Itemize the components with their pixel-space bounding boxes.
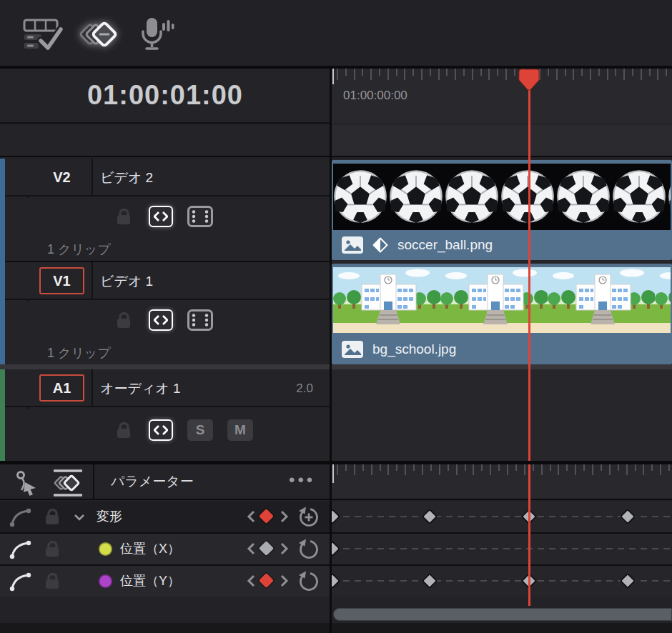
- lock-icon[interactable]: [114, 207, 133, 226]
- ruler-tick: [505, 69, 507, 80]
- keyframe-diamond[interactable]: [620, 573, 636, 589]
- dynamic-keyframes-button[interactable]: [74, 13, 120, 56]
- clip-bg-school[interactable]: bg_school.jpg: [332, 264, 672, 364]
- ruler-tick: [601, 464, 602, 471]
- ruler-tick: [558, 464, 559, 475]
- ruler-tick: [623, 69, 625, 80]
- image-icon: [342, 341, 363, 358]
- lock-icon[interactable]: [43, 539, 61, 558]
- playhead-line[interactable]: [528, 84, 530, 461]
- timecode-box: 01:00:01:00: [0, 69, 330, 124]
- ruler-tick: [370, 69, 372, 80]
- timeline-start-marker: [332, 464, 334, 483]
- clip-soccer-ball[interactable]: soccer_ball.png: [332, 160, 672, 260]
- ruler-tick: [438, 69, 440, 80]
- curve-toggle-icon[interactable]: [9, 571, 33, 592]
- keyframe-diamond[interactable]: [332, 509, 340, 525]
- prev-keyframe-icon[interactable]: [247, 542, 255, 555]
- ruler-tick: [666, 69, 667, 76]
- lock-icon[interactable]: [43, 572, 61, 590]
- voiceover-mic-icon: [140, 16, 174, 52]
- ruler-tick: [455, 69, 456, 80]
- keyframe-editor-icon[interactable]: [51, 468, 84, 498]
- row-divider: [0, 564, 672, 566]
- auto-track-select-icon[interactable]: [149, 206, 173, 227]
- lock-icon[interactable]: [114, 421, 133, 439]
- ruler-tick: [565, 69, 566, 76]
- parameter-label: 位置（X）: [120, 534, 180, 564]
- curve-toggle-icon[interactable]: [9, 539, 33, 560]
- prev-keyframe-icon[interactable]: [247, 574, 255, 587]
- keyframe-lane-position-x[interactable]: [332, 534, 672, 564]
- ruler-tick: [413, 464, 415, 471]
- ruler-tick: [581, 69, 583, 76]
- next-keyframe-icon[interactable]: [280, 510, 289, 523]
- next-keyframe-icon[interactable]: [280, 574, 289, 587]
- panel-grid-line: [92, 369, 93, 407]
- lock-icon[interactable]: [43, 507, 61, 526]
- keyframe-lane-transform[interactable]: [332, 502, 672, 532]
- keyframe-diamond[interactable]: [332, 573, 340, 589]
- ruler-tick: [430, 464, 432, 471]
- track-lane-v2: soccer_ball.png: [332, 159, 672, 262]
- auto-track-select-icon[interactable]: [149, 309, 173, 331]
- keyframe-toggle-diamond[interactable]: [259, 573, 274, 588]
- prev-keyframe-icon[interactable]: [247, 510, 255, 523]
- track-destination-v2[interactable]: V2: [39, 164, 84, 191]
- ruler-tick: [607, 69, 608, 80]
- mute-button[interactable]: M: [227, 419, 253, 441]
- filmstrip-icon[interactable]: [187, 309, 213, 331]
- solo-button[interactable]: S: [187, 419, 213, 441]
- lock-icon[interactable]: [114, 311, 133, 329]
- ruler-tick: [354, 464, 355, 475]
- track-lane-v1: bg_school.jpg: [332, 262, 672, 364]
- horizontal-scrollbar[interactable]: [333, 608, 672, 621]
- keyframe-toggle-diamond[interactable]: [259, 541, 274, 556]
- ruler-tick: [668, 464, 670, 471]
- track-controls-v2: 1 クリップ: [0, 198, 330, 261]
- track-controls-a1: S M: [0, 409, 330, 461]
- ruler-tick: [515, 464, 517, 471]
- track-header-a1-name-row: A1 オーディオ 1 2.0: [0, 369, 330, 407]
- ruler-tick: [498, 464, 500, 471]
- ruler-tick: [480, 69, 482, 76]
- reset-add-icon[interactable]: [297, 506, 320, 529]
- filmstrip-icon[interactable]: [187, 206, 213, 227]
- keyframe-diamond[interactable]: [422, 509, 438, 525]
- reset-parameter-icon[interactable]: [297, 570, 320, 593]
- voiceover-button[interactable]: [134, 13, 180, 56]
- curve-toggle-icon[interactable]: [9, 507, 33, 528]
- ruler-tick: [641, 69, 642, 80]
- spline-editor-icon[interactable]: [14, 470, 37, 496]
- keyframe-diamond[interactable]: [620, 509, 636, 525]
- reset-parameter-icon[interactable]: [297, 538, 320, 561]
- keyframe-lane-position-y[interactable]: [332, 566, 672, 597]
- track-name-a1[interactable]: オーディオ 1: [100, 369, 181, 407]
- panel-timeline-divider[interactable]: [330, 69, 332, 633]
- auto-track-select-icon[interactable]: [149, 419, 173, 441]
- chevron-down-icon[interactable]: [74, 514, 85, 521]
- timeline-options-button[interactable]: [20, 13, 66, 56]
- track-name-v2[interactable]: ビデオ 2: [100, 159, 153, 196]
- panel-options-menu[interactable]: •••: [289, 464, 315, 499]
- track-header-v2-name-row: V2 ビデオ 2: [0, 159, 330, 196]
- timeline-bottom-divider: [0, 461, 672, 464]
- bottom-edge-bar: [0, 623, 672, 633]
- video-audio-divider[interactable]: [0, 364, 672, 369]
- track-destination-a1[interactable]: A1: [39, 374, 84, 402]
- ruler-tick: [412, 69, 414, 76]
- track-lane-a1: [332, 369, 672, 461]
- ruler-tick: [592, 464, 593, 475]
- current-timecode[interactable]: 01:00:01:00: [0, 69, 330, 122]
- keyframe-ruler[interactable]: [332, 464, 672, 500]
- playhead-head[interactable]: [518, 69, 540, 91]
- ruler-tick: [618, 464, 619, 471]
- playhead-line[interactable]: [528, 464, 530, 606]
- keyframe-diamond[interactable]: [422, 573, 438, 589]
- next-keyframe-icon[interactable]: [280, 542, 289, 555]
- track-name-v1[interactable]: ビデオ 1: [100, 262, 153, 300]
- keyframe-toggle-diamond[interactable]: [259, 509, 274, 524]
- keyframe-diamond[interactable]: [332, 541, 340, 557]
- ruler-tick: [598, 69, 600, 76]
- track-destination-v1[interactable]: V1: [39, 267, 84, 294]
